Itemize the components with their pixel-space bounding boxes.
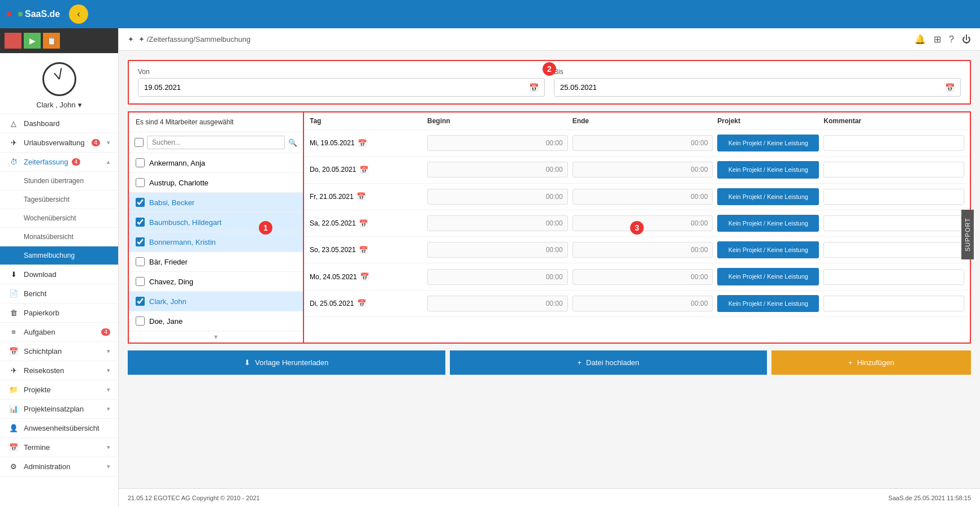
employee-item[interactable]: Austrup, Charlotte: [129, 173, 303, 193]
grid-icon[interactable]: ⊞: [934, 34, 941, 45]
bell-icon[interactable]: 🔔: [914, 34, 926, 45]
sidebar-item-download[interactable]: ⬇ Download: [0, 265, 118, 284]
employee-item[interactable]: Babsi, Becker: [129, 193, 303, 213]
sidebar-item-urlaubsverwaltung[interactable]: ✈ Urlaubsverwaltung 4 ▾: [0, 133, 118, 153]
employee-item[interactable]: Ankermann, Anja: [129, 153, 303, 173]
day-calendar-button[interactable]: 📅: [357, 299, 366, 307]
employee-checkbox[interactable]: [136, 237, 145, 246]
sidebar-item-wochenubersicht[interactable]: Wochenübersicht: [0, 209, 118, 228]
employee-item[interactable]: Bär, Frieder: [129, 252, 303, 272]
sidebar-item-anwesenheitsubersicht[interactable]: 👤 Anwesenheitsübersicht: [0, 419, 118, 438]
beginn-input[interactable]: [427, 296, 568, 311]
sidebar-item-dashboard[interactable]: △ Dashboard: [0, 114, 118, 133]
comment-input[interactable]: [823, 242, 964, 258]
number-3-badge: 3: [630, 221, 644, 235]
day-calendar-button[interactable]: 📅: [360, 272, 369, 281]
sidebar-item-reisekosten[interactable]: ✈ Reisekosten ▾: [0, 361, 118, 380]
project-button[interactable]: Kein Projekt / Keine Leistung: [717, 241, 819, 258]
employee-item[interactable]: Bonnermann, Kristin: [129, 232, 303, 252]
comment-input[interactable]: [823, 162, 964, 177]
sidebar-item-administration[interactable]: ⚙ Administration ▾: [0, 457, 118, 476]
employee-checkbox[interactable]: [136, 198, 145, 207]
employee-checkbox[interactable]: [136, 178, 145, 187]
employee-checkbox[interactable]: [136, 297, 145, 306]
employee-checkbox[interactable]: [136, 257, 145, 266]
time-day: Fr, 21.05.2021 📅: [310, 192, 423, 201]
beginn-input[interactable]: [427, 215, 568, 231]
ende-input[interactable]: [573, 269, 713, 285]
download-template-button[interactable]: ⬇ Vorlage Herunterladen: [128, 350, 445, 375]
sidebar-item-stunden-ubertragen[interactable]: Stunden übertragen: [0, 172, 118, 190]
comment-input[interactable]: [823, 189, 964, 205]
help-icon[interactable]: ?: [949, 34, 954, 45]
action-button[interactable]: 📋: [43, 33, 60, 49]
add-button[interactable]: + Hinzufügen: [771, 350, 971, 375]
project-button[interactable]: Kein Projekt / Keine Leistung: [717, 268, 819, 285]
comment-input[interactable]: [823, 296, 964, 311]
upload-file-button[interactable]: + Datei hochladen: [450, 350, 767, 375]
ende-input[interactable]: [573, 135, 713, 151]
von-calendar-button[interactable]: 📅: [523, 80, 544, 96]
bis-calendar-button[interactable]: 📅: [939, 80, 960, 96]
date-range-box: Von 📅 2 Bis 📅: [128, 60, 971, 105]
time-day: Mi, 19.05.2021 📅: [310, 139, 423, 148]
day-calendar-button[interactable]: 📅: [359, 246, 368, 254]
project-button[interactable]: Kein Projekt / Keine Leistung: [717, 188, 819, 205]
power-icon[interactable]: ⏻: [962, 34, 971, 45]
sidebar-item-termine[interactable]: 📅 Termine ▾: [0, 438, 118, 457]
employee-search-input[interactable]: [147, 136, 285, 149]
user-chevron-icon: ▾: [78, 101, 82, 109]
back-button[interactable]: ‹: [69, 5, 88, 24]
comment-input[interactable]: [823, 135, 964, 151]
beginn-input[interactable]: [427, 269, 568, 285]
comment-input[interactable]: [823, 269, 964, 285]
ende-input[interactable]: [573, 296, 713, 311]
sidebar-item-projekteinsatzplan[interactable]: 📊 Projekteinsatzplan ▾: [0, 400, 118, 419]
user-name-display[interactable]: Clark , John ▾: [36, 101, 81, 109]
sidebar-item-projekte[interactable]: 📁 Projekte ▾: [0, 380, 118, 400]
sidebar-item-bericht[interactable]: 📄 Bericht: [0, 284, 118, 304]
beginn-input[interactable]: [427, 135, 568, 151]
sidebar-item-zeiterfassung[interactable]: ⏱ Zeiterfassung 4 ▴: [0, 153, 118, 172]
day-calendar-button[interactable]: 📅: [357, 192, 366, 201]
comment-input[interactable]: [823, 215, 964, 231]
employee-checkbox[interactable]: [136, 277, 145, 286]
ende-input[interactable]: [573, 162, 713, 177]
chevron-down-icon: ▾: [107, 348, 110, 355]
bis-date-input[interactable]: [554, 79, 939, 96]
employee-item[interactable]: Clark, John: [129, 292, 303, 311]
day-calendar-button[interactable]: 📅: [359, 219, 368, 228]
von-date-input[interactable]: [138, 79, 523, 96]
select-all-checkbox[interactable]: [135, 138, 144, 147]
employee-checkbox[interactable]: [136, 317, 145, 326]
day-calendar-button[interactable]: 📅: [359, 166, 368, 174]
employee-item[interactable]: Baumbusch, Hildegart: [129, 213, 303, 232]
ende-input[interactable]: [573, 189, 713, 205]
sidebar-item-schichtplan[interactable]: 📅 Schichtplan ▾: [0, 342, 118, 361]
play-button[interactable]: ▶: [24, 33, 41, 49]
scroll-down-icon: ▼: [213, 333, 219, 340]
beginn-input[interactable]: [427, 162, 568, 177]
beginn-input[interactable]: [427, 189, 568, 205]
employee-item[interactable]: Doe, Jane: [129, 311, 303, 331]
project-button[interactable]: Kein Projekt / Keine Leistung: [717, 135, 819, 151]
sidebar-item-papierkorb[interactable]: 🗑 Papierkorb: [0, 304, 118, 323]
employee-item[interactable]: Chavez, Ding: [129, 272, 303, 292]
stop-button[interactable]: [5, 33, 21, 49]
support-tab[interactable]: SUPPORT: [961, 210, 974, 259]
sidebar-item-tagesubersicht[interactable]: Tagesübersicht: [0, 190, 118, 209]
day-calendar-button[interactable]: 📅: [358, 139, 367, 148]
ende-input[interactable]: [573, 242, 713, 258]
employee-checkbox[interactable]: [136, 218, 145, 227]
project-button[interactable]: Kein Projekt / Keine Leistung: [717, 215, 819, 232]
dashboard-icon: △: [8, 119, 19, 128]
sidebar-item-sammelbuchung[interactable]: Sammelbuchung: [0, 246, 118, 265]
project-button[interactable]: Kein Projekt / Keine Leistung: [717, 295, 819, 312]
sidebar-item-monatsübersicht[interactable]: Monatsübersicht: [0, 228, 118, 246]
employee-checkbox[interactable]: [136, 158, 145, 167]
project-button[interactable]: Kein Projekt / Keine Leistung: [717, 161, 819, 178]
logo: SaaS.de: [7, 9, 60, 19]
sidebar-item-aufgaben[interactable]: ≡ Aufgaben 4: [0, 323, 118, 342]
beginn-input[interactable]: [427, 242, 568, 258]
content-area: ✦ ✦ /Zeiterfassung/Sammelbuchung 🔔 ⊞ ? ⏻…: [119, 28, 980, 507]
